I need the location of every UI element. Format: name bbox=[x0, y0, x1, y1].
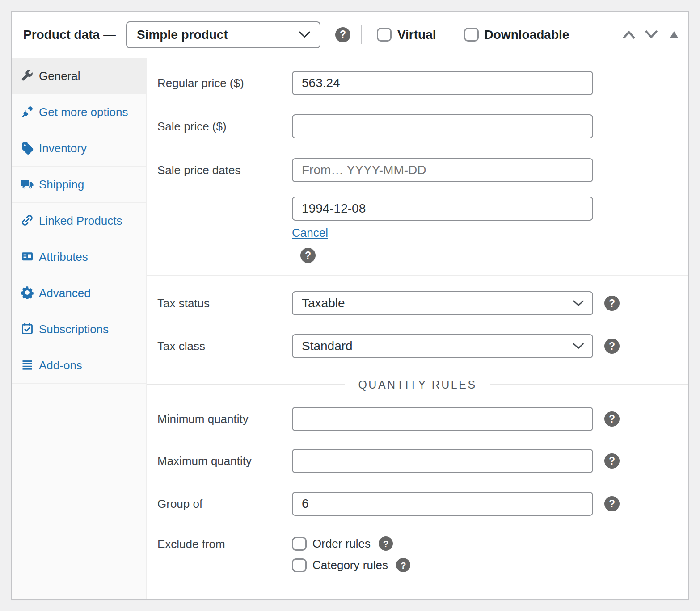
tab-label: Advanced bbox=[39, 286, 91, 300]
exclude-from-row: Exclude from Order rules ? Category rule… bbox=[147, 536, 688, 572]
tab-subscriptions[interactable]: Subscriptions bbox=[12, 311, 146, 347]
category-rules-checkbox[interactable] bbox=[292, 558, 307, 572]
category-rules-help-icon[interactable]: ? bbox=[396, 558, 410, 572]
downloadable-checkbox-group[interactable]: Downloadable bbox=[464, 28, 569, 42]
tab-label: Get more options bbox=[39, 105, 128, 119]
quantity-rules-title: QUANTITY RULES bbox=[345, 378, 490, 391]
tab-label: Attributes bbox=[39, 250, 88, 264]
group-of-label: Group of bbox=[157, 497, 292, 511]
tab-inventory[interactable]: Inventory bbox=[12, 130, 146, 167]
quantity-rules-heading: QUANTITY RULES bbox=[147, 377, 688, 392]
tag-icon bbox=[21, 141, 34, 155]
list-icon bbox=[21, 358, 34, 372]
cancel-sale-dates-link[interactable]: Cancel bbox=[292, 226, 328, 240]
group-of-row: Group of ? bbox=[147, 492, 688, 516]
tax-status-row: Tax status Taxable ? bbox=[147, 291, 688, 315]
tax-class-label: Tax class bbox=[157, 339, 292, 353]
gear-icon bbox=[21, 286, 34, 299]
virtual-checkbox-group[interactable]: Virtual bbox=[377, 28, 436, 42]
section-divider bbox=[147, 275, 688, 276]
metabox-header: Product data — Simple product ? Virtual … bbox=[12, 12, 688, 58]
plug-icon bbox=[21, 105, 34, 118]
minimum-quantity-row: Minimum quantity ? bbox=[147, 407, 688, 431]
tax-status-help-icon[interactable]: ? bbox=[604, 296, 620, 311]
metabox-header-actions bbox=[622, 30, 679, 39]
tax-status-select[interactable]: Taxable bbox=[292, 291, 593, 315]
collapse-toggle-icon[interactable] bbox=[670, 31, 679, 38]
tab-add-ons[interactable]: Add-ons bbox=[12, 347, 146, 384]
tab-label: Shipping bbox=[39, 178, 84, 191]
group-of-input[interactable] bbox=[292, 492, 593, 516]
tab-shipping[interactable]: Shipping bbox=[12, 167, 146, 203]
virtual-label: Virtual bbox=[397, 28, 436, 42]
sale-price-dates-row: Sale price dates Cancel ? bbox=[147, 158, 688, 263]
general-tab-panel: Regular price ($) Sale price ($) Sale pr… bbox=[147, 58, 688, 599]
tab-attributes[interactable]: Attributes bbox=[12, 239, 146, 275]
tab-label: Inventory bbox=[39, 142, 87, 155]
tax-class-value: Standard bbox=[302, 339, 573, 353]
tax-class-row: Tax class Standard ? bbox=[147, 334, 688, 358]
product-data-tabs: General Get more options Inventory Shipp… bbox=[12, 58, 147, 599]
chevron-down-icon bbox=[573, 300, 584, 307]
heading-line-left bbox=[147, 384, 345, 385]
chevron-down-icon bbox=[573, 343, 584, 350]
wrench-icon bbox=[21, 69, 34, 82]
tax-status-label: Tax status bbox=[157, 297, 292, 310]
product-type-value: Simple product bbox=[137, 28, 299, 42]
product-type-help-icon[interactable]: ? bbox=[335, 27, 350, 42]
sale-date-from-input[interactable] bbox=[292, 158, 593, 182]
sale-date-to-input[interactable] bbox=[292, 197, 593, 221]
tax-class-help-icon[interactable]: ? bbox=[604, 339, 620, 354]
heading-line-right bbox=[490, 384, 688, 385]
sale-dates-help-icon[interactable]: ? bbox=[300, 248, 316, 263]
order-rules-label: Order rules bbox=[312, 537, 371, 551]
minimum-quantity-label: Minimum quantity bbox=[157, 412, 292, 426]
virtual-checkbox[interactable] bbox=[377, 28, 392, 42]
tax-class-select[interactable]: Standard bbox=[292, 334, 593, 358]
header-divider bbox=[361, 25, 362, 44]
calendar-check-icon bbox=[21, 322, 34, 335]
maximum-quantity-help-icon[interactable]: ? bbox=[604, 453, 620, 469]
regular-price-row: Regular price ($) bbox=[147, 71, 688, 95]
move-up-icon[interactable] bbox=[622, 30, 636, 39]
order-rules-help-icon[interactable]: ? bbox=[379, 536, 393, 551]
tab-linked-products[interactable]: Linked Products bbox=[12, 203, 146, 239]
exclude-from-label: Exclude from bbox=[157, 536, 292, 552]
order-rules-checkbox[interactable] bbox=[292, 537, 307, 551]
page-title: Product data — bbox=[21, 28, 116, 42]
tab-label: General bbox=[39, 69, 80, 83]
maximum-quantity-label: Maximum quantity bbox=[157, 454, 292, 468]
category-rules-option[interactable]: Category rules ? bbox=[292, 558, 593, 572]
group-of-help-icon[interactable]: ? bbox=[604, 496, 620, 511]
tax-status-value: Taxable bbox=[302, 296, 573, 310]
tab-label: Subscriptions bbox=[39, 322, 109, 336]
sale-price-row: Sale price ($) bbox=[147, 114, 688, 138]
tab-label: Linked Products bbox=[39, 214, 122, 227]
exclude-from-options: Order rules ? Category rules ? bbox=[292, 536, 593, 572]
minimum-quantity-help-icon[interactable]: ? bbox=[604, 411, 620, 427]
tab-advanced[interactable]: Advanced bbox=[12, 275, 146, 311]
regular-price-input[interactable] bbox=[292, 71, 593, 95]
maximum-quantity-row: Maximum quantity ? bbox=[147, 449, 688, 473]
sale-price-dates-label: Sale price dates bbox=[157, 158, 292, 182]
category-rules-label: Category rules bbox=[312, 558, 388, 572]
sale-price-label: Sale price ($) bbox=[157, 120, 292, 134]
tab-label: Add-ons bbox=[39, 359, 82, 372]
product-type-select[interactable]: Simple product bbox=[126, 21, 320, 48]
truck-icon bbox=[21, 177, 34, 191]
tab-get-more-options[interactable]: Get more options bbox=[12, 94, 146, 130]
maximum-quantity-input[interactable] bbox=[292, 449, 593, 473]
move-down-icon[interactable] bbox=[645, 30, 658, 39]
tab-general[interactable]: General bbox=[12, 58, 146, 94]
sale-price-input[interactable] bbox=[292, 114, 593, 138]
chevron-down-icon bbox=[299, 31, 311, 38]
minimum-quantity-input[interactable] bbox=[292, 407, 593, 431]
order-rules-option[interactable]: Order rules ? bbox=[292, 536, 593, 551]
card-list-icon bbox=[21, 250, 34, 263]
link-icon bbox=[21, 213, 34, 227]
regular-price-label: Regular price ($) bbox=[157, 76, 292, 90]
downloadable-checkbox[interactable] bbox=[464, 28, 479, 42]
product-data-metabox: Product data — Simple product ? Virtual … bbox=[11, 11, 689, 600]
downloadable-label: Downloadable bbox=[485, 28, 569, 42]
